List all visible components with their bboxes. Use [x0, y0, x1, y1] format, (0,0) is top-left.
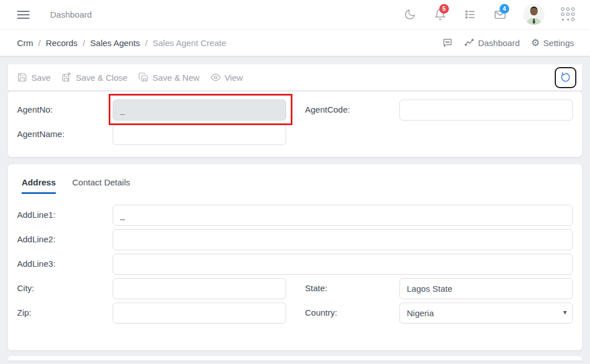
view-button-label: View	[225, 73, 243, 82]
zip-label: Zip:	[17, 303, 113, 324]
page-title: Dashboard	[50, 10, 92, 19]
agent-code-input[interactable]	[399, 100, 573, 121]
city-label: City:	[17, 278, 113, 299]
save-and-close-button-label: Save & Close	[76, 73, 127, 82]
moon-icon	[404, 9, 416, 20]
dashboard-link[interactable]: Dashboard	[464, 38, 519, 48]
tab-address[interactable]: Address	[22, 174, 56, 194]
comments-button[interactable]	[442, 38, 453, 48]
breadcrumb: Crm / Records / Sales Agents / Sales Age…	[17, 38, 226, 48]
app-window: Dashboard 5 4	[0, 0, 590, 364]
addline3-label: AddLine3:	[17, 254, 113, 275]
agent-no-wrap	[113, 100, 286, 121]
apps-grid-icon[interactable]	[561, 7, 575, 22]
save-icon	[17, 72, 27, 82]
tab-contact-details[interactable]: Contact Details	[72, 174, 130, 194]
addline1-label: AddLine1:	[17, 205, 113, 226]
country-select[interactable]: Nigeria	[399, 303, 573, 324]
state-label: State:	[305, 278, 399, 299]
messages-badge: 4	[500, 4, 509, 14]
state-input[interactable]	[399, 278, 573, 299]
agent-no-input[interactable]	[113, 100, 286, 121]
agent-code-label: AgentCode:	[305, 100, 399, 121]
addline2-input[interactable]	[113, 229, 573, 250]
next-card-sliver	[8, 356, 582, 361]
breadcrumb-records[interactable]: Records	[46, 38, 78, 48]
settings-link-label: Settings	[543, 38, 574, 48]
city-input[interactable]	[113, 278, 286, 299]
dashboard-link-label: Dashboard	[478, 38, 519, 48]
save-close-icon	[61, 72, 72, 82]
addline2-label: AddLine2:	[17, 229, 113, 250]
breadcrumb-bar: Crm / Records / Sales Agents / Sales Age…	[0, 30, 590, 56]
save-and-new-button-label: Save & New	[152, 73, 200, 82]
save-button[interactable]: Save	[17, 72, 51, 82]
activity-icon	[464, 38, 475, 48]
save-and-new-button[interactable]: Save & New	[138, 72, 200, 82]
view-button[interactable]: View	[211, 72, 243, 82]
avatar-image	[523, 4, 544, 25]
detail-tabs: Address Contact Details	[17, 174, 573, 194]
breadcrumb-separator: /	[82, 38, 85, 48]
agent-name-label: AgentName:	[17, 124, 113, 145]
save-button-label: Save	[31, 73, 51, 82]
messages-button[interactable]: 4	[493, 8, 507, 22]
top-navbar: Dashboard 5 4	[0, 0, 590, 30]
form-toolbar: Save Save & Close Save & New View	[8, 64, 582, 90]
save-new-icon	[138, 72, 148, 82]
content-area: Save Save & Close Save & New View AgentN…	[0, 56, 590, 361]
task-list-icon	[464, 9, 476, 20]
breadcrumb-separator: /	[38, 38, 40, 48]
breadcrumb-current: Sales Agent Create	[152, 38, 226, 48]
notifications-button[interactable]: 5	[433, 8, 447, 22]
address-details-card: Address Contact Details AddLine1: AddLin…	[8, 164, 582, 350]
refresh-button[interactable]	[555, 67, 576, 88]
zip-input[interactable]	[113, 303, 286, 324]
hamburger-menu-icon[interactable]	[17, 11, 30, 19]
country-select-wrap: Nigeria ▾	[399, 303, 573, 324]
agent-name-input[interactable]	[113, 124, 286, 145]
breadcrumb-actions: Dashboard ⚙ Settings	[442, 38, 574, 48]
agent-identity-card: AgentNo: AgentCode: AgentName:	[8, 92, 582, 157]
topnav-actions: 5 4	[403, 4, 575, 25]
notification-badge: 5	[439, 4, 449, 14]
save-and-close-button[interactable]: Save & Close	[61, 72, 127, 82]
dark-mode-toggle[interactable]	[403, 8, 416, 22]
breadcrumb-sales-agents[interactable]: Sales Agents	[90, 38, 141, 48]
agent-no-label: AgentNo:	[17, 100, 113, 121]
user-avatar[interactable]	[523, 4, 544, 25]
settings-link[interactable]: ⚙ Settings	[531, 38, 574, 48]
chat-bubble-icon	[442, 38, 453, 48]
addline1-input[interactable]	[113, 205, 573, 226]
addline3-input[interactable]	[113, 254, 573, 275]
breadcrumb-separator: /	[145, 38, 147, 48]
breadcrumb-crm[interactable]: Crm	[17, 38, 33, 48]
gear-icon: ⚙	[531, 38, 540, 48]
eye-icon	[211, 72, 221, 82]
task-list-button[interactable]	[463, 8, 477, 22]
country-label: Country:	[305, 303, 399, 324]
refresh-icon	[559, 71, 572, 84]
